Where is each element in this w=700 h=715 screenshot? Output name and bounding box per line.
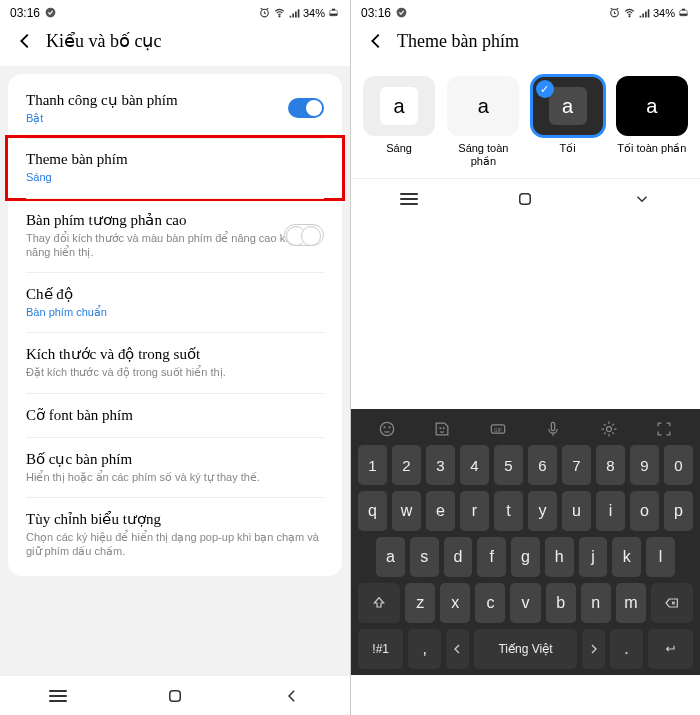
theme-light[interactable]: a Sáng [361, 76, 437, 168]
back-button[interactable] [14, 30, 36, 52]
mic-icon[interactable] [543, 419, 563, 439]
theme-dark-full[interactable]: a Tối toàn phần [614, 76, 690, 168]
key-2[interactable]: 2 [392, 445, 421, 485]
svg-point-21 [606, 427, 611, 432]
toggle-on[interactable] [288, 98, 324, 118]
nav-recent[interactable] [49, 690, 67, 702]
toggle-off[interactable] [284, 224, 324, 246]
key-dot[interactable]: . [610, 629, 642, 669]
key-lang-next[interactable] [582, 629, 605, 669]
keyboard-row-3: z x c v b n m [358, 583, 693, 623]
key-9[interactable]: 9 [630, 445, 659, 485]
battery-text: 34% [653, 7, 675, 19]
theme-light-full[interactable]: a Sáng toàn phần [445, 76, 521, 168]
key-i[interactable]: i [596, 491, 625, 531]
key-6[interactable]: 6 [528, 445, 557, 485]
key-lang-prev[interactable] [446, 629, 469, 669]
battery-text: 34% [303, 7, 325, 19]
checkmark-icon [395, 6, 408, 19]
nav-back[interactable] [283, 687, 301, 705]
key-m[interactable]: m [616, 583, 646, 623]
key-t[interactable]: t [494, 491, 523, 531]
key-7[interactable]: 7 [562, 445, 591, 485]
key-g[interactable]: g [511, 537, 540, 577]
keyboard-preview: GIF 1 2 3 4 5 6 7 8 9 0 q w e r [351, 409, 700, 675]
row-keyboard-toolbar[interactable]: Thanh công cụ bàn phím Bật [8, 78, 342, 138]
key-q[interactable]: q [358, 491, 387, 531]
svg-rect-12 [682, 9, 685, 11]
keyboard-toolbar: GIF [355, 413, 696, 445]
theme-dark[interactable]: ✓ a Tối [530, 76, 606, 168]
key-k[interactable]: k [612, 537, 641, 577]
svg-point-7 [397, 8, 407, 18]
battery-icon [327, 6, 340, 19]
page-title: Kiểu và bố cục [46, 30, 161, 52]
row-high-contrast[interactable]: Bàn phím tương phản cao Thay đổi kích th… [8, 198, 342, 273]
row-customize-symbols[interactable]: Tùy chỉnh biểu tượng Chọn các ký hiệu để… [8, 497, 342, 572]
back-button[interactable] [365, 30, 387, 52]
key-5[interactable]: 5 [494, 445, 523, 485]
nav-keyboard-hide[interactable] [633, 190, 651, 208]
nav-home[interactable] [166, 687, 184, 705]
keyboard-row-4: !#1 , Tiếng Việt . [358, 629, 693, 669]
key-j[interactable]: j [579, 537, 608, 577]
keyboard-row-numbers: 1 2 3 4 5 6 7 8 9 0 [358, 445, 693, 485]
key-symbols[interactable]: !#1 [358, 629, 403, 669]
key-c[interactable]: c [475, 583, 505, 623]
svg-point-13 [380, 422, 393, 435]
settings-icon[interactable] [599, 419, 619, 439]
status-time: 03:16 [361, 6, 391, 20]
key-backspace[interactable] [651, 583, 693, 623]
row-mode[interactable]: Chế độ Bàn phím chuẩn [8, 272, 342, 332]
key-n[interactable]: n [581, 583, 611, 623]
checkmark-icon [44, 6, 57, 19]
key-u[interactable]: u [562, 491, 591, 531]
battery-icon [677, 6, 690, 19]
key-enter[interactable] [648, 629, 693, 669]
row-size-transparency[interactable]: Kích thước và độ trong suốt Đặt kích thư… [8, 332, 342, 392]
svg-point-2 [279, 16, 280, 17]
key-o[interactable]: o [630, 491, 659, 531]
expand-icon[interactable] [654, 419, 674, 439]
key-x[interactable]: x [440, 583, 470, 623]
key-p[interactable]: p [664, 491, 693, 531]
row-keyboard-theme[interactable]: Theme bàn phím Sáng [5, 135, 345, 200]
settings-style-screen: 03:16 34% Kiểu và bố cục Thanh công cụ b… [0, 0, 350, 715]
sticker-icon[interactable] [432, 419, 452, 439]
nav-home[interactable] [516, 190, 534, 208]
svg-point-9 [629, 16, 630, 17]
nav-recent[interactable] [400, 193, 418, 205]
key-l[interactable]: l [646, 537, 675, 577]
key-s[interactable]: s [410, 537, 439, 577]
key-3[interactable]: 3 [426, 445, 455, 485]
key-comma[interactable]: , [408, 629, 440, 669]
key-e[interactable]: e [426, 491, 455, 531]
key-4[interactable]: 4 [460, 445, 489, 485]
key-shift[interactable] [358, 583, 400, 623]
key-z[interactable]: z [405, 583, 435, 623]
emoji-icon[interactable] [377, 419, 397, 439]
key-a[interactable]: a [376, 537, 405, 577]
key-f[interactable]: f [477, 537, 506, 577]
svg-point-14 [384, 427, 385, 428]
key-8[interactable]: 8 [596, 445, 625, 485]
key-v[interactable]: v [510, 583, 540, 623]
header: Kiểu và bố cục [0, 22, 350, 66]
key-y[interactable]: y [528, 491, 557, 531]
key-b[interactable]: b [546, 583, 576, 623]
row-font-size[interactable]: Cỡ font bàn phím [8, 393, 342, 437]
key-space[interactable]: Tiếng Việt [474, 629, 578, 669]
key-w[interactable]: w [392, 491, 421, 531]
row-keyboard-layout[interactable]: Bố cục bàn phím Hiển thị hoặc ẩn các phí… [8, 437, 342, 497]
status-time: 03:16 [10, 6, 40, 20]
check-icon: ✓ [536, 80, 554, 98]
key-0[interactable]: 0 [664, 445, 693, 485]
key-r[interactable]: r [460, 491, 489, 531]
key-1[interactable]: 1 [358, 445, 387, 485]
key-h[interactable]: h [545, 537, 574, 577]
svg-point-16 [440, 428, 441, 429]
key-d[interactable]: d [444, 537, 473, 577]
gif-icon[interactable]: GIF [488, 419, 508, 439]
svg-rect-4 [330, 14, 338, 16]
alarm-icon [258, 6, 271, 19]
